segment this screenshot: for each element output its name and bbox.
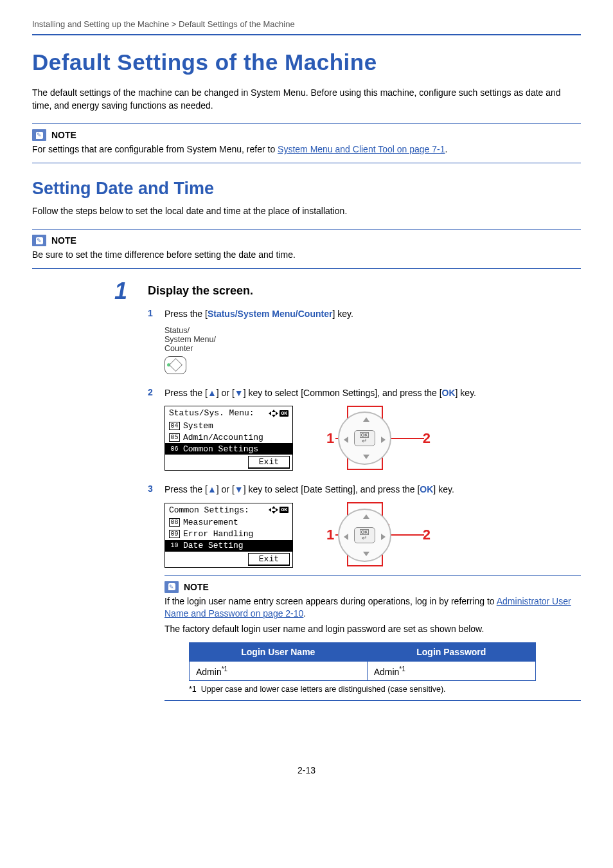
lcd2-line1: Measurement	[183, 518, 238, 527]
callout-1: 1	[326, 527, 334, 543]
sub2-pre: Press the [	[164, 388, 208, 398]
sub2-mid1: ] or [	[217, 388, 235, 398]
arrow-down-icon: ▼	[235, 484, 244, 494]
lcd2-title: Common Settings:	[169, 505, 249, 515]
lcd1-line3-num: 06	[169, 445, 180, 453]
arrow-up-icon: ▲	[208, 484, 217, 494]
phys-label-1: Status/	[164, 326, 581, 335]
sub3-mid1: ] or [	[217, 484, 235, 494]
phys-label-3: Counter	[164, 344, 581, 353]
lcd2-line1-num: 08	[169, 518, 180, 527]
lcd1-title: Status/Sys. Menu:	[169, 408, 254, 418]
sub3-pre: Press the [	[164, 484, 208, 494]
substep-num-3: 3	[148, 484, 153, 494]
sub3-ok: OK	[420, 484, 433, 494]
nav-key-diagram-2: 1 2 OK↵	[316, 506, 413, 564]
lcd2-line3-num: 10	[169, 541, 180, 550]
inner-note-line1-pre: If the login user name entry screen appe…	[164, 596, 497, 606]
lcd-screen-2: Common Settings: OK 08Measurement 09Erro…	[164, 503, 293, 568]
lcd2-exit: Exit	[248, 553, 290, 566]
lcd2-line2: Error Handling	[183, 529, 253, 539]
inner-note-line1-post: .	[303, 608, 306, 619]
lcd1-line1-num: 04	[169, 422, 180, 430]
physical-key-button	[164, 356, 186, 374]
sub3-mid2: ] key to select [Date Setting], and pres…	[244, 484, 420, 494]
breadcrumb: Installing and Setting up the Machine > …	[32, 19, 581, 35]
section-title: Setting Date and Time	[32, 179, 581, 199]
substep-num-1: 1	[148, 308, 153, 318]
section-desc: Follow the steps below to set the local …	[32, 205, 581, 218]
note-icon	[164, 581, 179, 593]
step-number-1: 1	[114, 278, 127, 305]
note1-post: .	[445, 144, 448, 154]
note-box-1: NOTE For settings that are configurable …	[32, 123, 581, 163]
lcd1-line2-num: 05	[169, 433, 180, 442]
note2-text: Be sure to set the time difference befor…	[32, 249, 581, 262]
note-label: NOTE	[51, 130, 76, 140]
note-label: NOTE	[51, 235, 76, 246]
login-table: Login User Name Login Password Admin*1 A…	[189, 642, 536, 682]
login-td1: Admin*1	[190, 661, 368, 681]
substep-num-2: 2	[148, 387, 153, 397]
sub1-post: ] key.	[332, 309, 353, 319]
callout-1: 1	[326, 430, 334, 447]
nav-key-diagram-1: 1 2 OK↵	[316, 410, 413, 467]
phys-label-2: System Menu/	[164, 335, 581, 344]
login-th1: Login User Name	[190, 642, 368, 661]
ok-glyph-icon: OK	[280, 410, 289, 417]
physical-key-diagram: Status/ System Menu/ Counter	[164, 326, 581, 374]
sub2-ok: OK	[442, 388, 456, 398]
page-number: 2-13	[32, 765, 581, 775]
table-footnote: *1 Upper case and lower case letters are…	[189, 685, 581, 694]
note-box-2: NOTE Be sure to set the time difference …	[32, 229, 581, 269]
page-title: Default Settings of the Machine	[32, 50, 581, 75]
lcd1-line2: Admin/Accounting	[183, 433, 263, 442]
arrow-down-icon: ▼	[235, 388, 244, 398]
nav-arrows-icon	[269, 507, 278, 513]
lcd-screen-1: Status/Sys. Menu: OK 04System 05Admin/Ac…	[164, 406, 293, 471]
login-td2: Admin*1	[367, 661, 535, 681]
lcd2-line2-num: 09	[169, 530, 180, 538]
note-icon	[32, 129, 46, 141]
note1-link[interactable]: System Menu and Client Tool on page 7-1	[278, 144, 445, 154]
sub3-post: ] key.	[433, 484, 454, 494]
lcd1-line3: Common Settings	[183, 444, 258, 454]
note-label: NOTE	[184, 582, 209, 592]
step-1-title: Display the screen.	[148, 284, 581, 298]
inner-note-box: NOTE If the login user name entry screen…	[164, 575, 581, 701]
note1-pre: For settings that are configurable from …	[32, 144, 278, 154]
sub1-pre: Press the [	[164, 309, 208, 319]
sub2-post: ] key.	[456, 388, 476, 398]
ok-glyph-icon: OK	[280, 507, 289, 513]
arrow-up-icon: ▲	[208, 388, 217, 398]
nav-arrows-icon	[269, 410, 278, 417]
inner-note-line2: The factory default login user name and …	[164, 623, 581, 636]
lcd2-line3: Date Setting	[183, 541, 244, 550]
login-th2: Login Password	[367, 642, 535, 661]
lcd1-exit: Exit	[248, 456, 290, 469]
note-icon	[32, 235, 46, 246]
sub2-mid2: ] key to select [Common Settings], and p…	[244, 388, 442, 398]
lcd1-line1: System	[183, 421, 213, 431]
sub1-key: Status/System Menu/Counter	[208, 309, 332, 319]
intro-text: The default settings of the machine can …	[32, 87, 581, 112]
